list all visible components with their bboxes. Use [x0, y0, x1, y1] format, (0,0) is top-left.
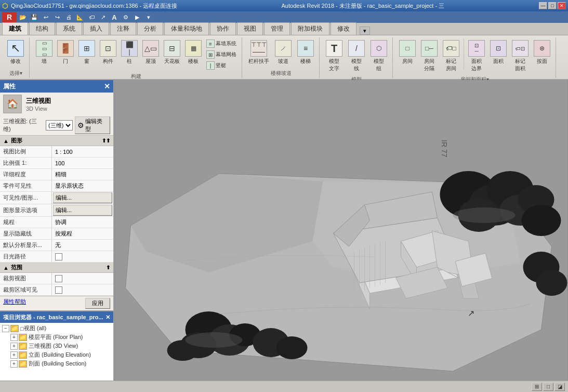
prop-discipline: 规程 协调: [0, 217, 113, 228]
qa-settings[interactable]: ⚙: [121, 12, 131, 22]
prop-analysis: 默认分析显示... 无: [0, 240, 113, 251]
model-line-button[interactable]: / 模型线: [346, 38, 367, 74]
tab-modify[interactable]: 修改: [331, 22, 356, 35]
tree-section[interactable]: + 📁 剖面 (Building Section): [0, 359, 113, 368]
curtain-grid-button[interactable]: ⊞ 幕墙网格: [204, 49, 239, 60]
tree-elevation[interactable]: + 📁 立面 (Building Elevation): [0, 350, 113, 359]
prop-hidden-lines: 显示隐藏线 按规程: [0, 228, 113, 240]
ribbon-tabs: 建筑 结构 系统 插入 注释 分析 体量和场地 协作 视图 管理 附加模块 修改…: [0, 23, 568, 35]
tab-structure[interactable]: 结构: [29, 22, 55, 35]
tab-insert[interactable]: 插入: [83, 22, 109, 35]
visibility-edit-button[interactable]: 编辑...: [53, 192, 112, 203]
statusbar-controls: ⊞ □ ◪: [532, 383, 565, 391]
graphics-display-button[interactable]: 编辑...: [53, 205, 112, 216]
qa-tagall[interactable]: 🏷: [86, 12, 97, 22]
tree-icon-floor: 📁: [19, 334, 27, 341]
door-button[interactable]: 🚪 门: [55, 38, 76, 67]
statusbar-btn1[interactable]: ⊞: [532, 383, 542, 391]
section-range[interactable]: ▲ 范围 ⬆: [0, 263, 113, 273]
tab-architecture[interactable]: 建筑: [2, 22, 28, 35]
component-icon: ⊡: [100, 40, 116, 57]
prop-sun-path: 日光路径: [0, 251, 113, 263]
maximize-button[interactable]: □: [548, 2, 557, 9]
tab-annotate[interactable]: 注释: [110, 22, 136, 35]
area-button[interactable]: ⊡ 面积: [488, 38, 509, 67]
sun-path-checkbox[interactable]: [55, 253, 62, 260]
model-group-button[interactable]: ⬡ 模型组: [368, 38, 389, 74]
tree-expand-3d[interactable]: +: [10, 343, 18, 350]
qa-open[interactable]: 📂: [18, 12, 28, 22]
component-button[interactable]: ⊡ 构件: [98, 38, 118, 67]
qa-save[interactable]: 💾: [29, 12, 39, 22]
tab-manage[interactable]: 管理: [264, 22, 290, 35]
floor-icon: ▦: [185, 40, 202, 57]
room-separator-button[interactable]: □─ 房间分隔: [419, 38, 440, 74]
statusbar-btn2[interactable]: □: [543, 383, 553, 391]
by-face-icon: ⊛: [534, 40, 550, 57]
titlebar-title: QingJiaoCloud17751 - gw.qingjiaocloud.co…: [11, 2, 187, 10]
tag-area-button[interactable]: 🏷⊡ 标记面积: [510, 38, 531, 74]
column-icon: ⬛|: [121, 40, 138, 57]
railing-button[interactable]: ⊤⊤⊤—— 栏杆扶手: [246, 38, 271, 67]
props-apply-button[interactable]: 应用: [85, 298, 110, 309]
qa-expand[interactable]: ▾: [143, 12, 154, 22]
roof-button[interactable]: △▭ 屋顶: [140, 38, 161, 67]
tab-systems[interactable]: 系统: [56, 22, 82, 35]
properties-close-button[interactable]: ✕: [104, 82, 110, 90]
tree-expand-root[interactable]: −: [2, 325, 9, 332]
area-boundary-button[interactable]: ⊡─ 面积边界: [466, 38, 487, 74]
column-button[interactable]: ⬛| 柱: [119, 38, 140, 67]
qa-undo[interactable]: ↩: [41, 12, 51, 22]
ceiling-button[interactable]: ⊟ 天花板: [162, 38, 182, 67]
tab-view[interactable]: 视图: [237, 22, 263, 35]
tree-root[interactable]: − 📁 □ 视图 (all): [0, 324, 113, 333]
by-face-button[interactable]: ⊛ 按面: [532, 38, 552, 67]
modify-button[interactable]: ↖ 修改: [5, 38, 26, 67]
pb-close-button[interactable]: ✕: [105, 314, 110, 321]
ramp-button[interactable]: ⟋ 坡道: [273, 38, 294, 67]
tab-massing[interactable]: 体量和场地: [164, 22, 209, 35]
viewport[interactable]: IR 77 ↗: [114, 80, 568, 381]
qa-text[interactable]: A: [109, 12, 120, 22]
floor-button[interactable]: ▦ 楼板: [183, 38, 204, 67]
stair-button[interactable]: ≡ 楼梯: [295, 38, 316, 67]
qa-print[interactable]: 🖨: [63, 12, 74, 22]
mullion-button[interactable]: | 竖梃: [204, 60, 239, 71]
tag-room-button[interactable]: 🏷□ 标记房间: [441, 38, 461, 74]
crop-view-checkbox[interactable]: [55, 275, 62, 282]
qa-more[interactable]: ▶: [132, 12, 142, 22]
building-3d-view: IR 77 ↗: [114, 80, 568, 381]
tree-expand-sect[interactable]: +: [10, 360, 18, 368]
qa-redo[interactable]: ↪: [52, 12, 62, 22]
app-title: Autodesk Revit 2018 - 未注册版 - rac_basic_s…: [187, 2, 539, 10]
room-button[interactable]: □ 房间: [397, 38, 418, 67]
props-help-link[interactable]: 属性帮助: [3, 298, 26, 309]
ribbon-collapse[interactable]: ▾: [360, 27, 370, 35]
wall-button[interactable]: ▭▭▭ 墙: [34, 38, 55, 67]
revit-app-button[interactable]: R: [2, 12, 17, 22]
ribbon-content: ↖ 修改 选择▾ ▭▭▭ 墙 🚪 门 ⊞ 窗: [0, 35, 568, 80]
edit-type-button[interactable]: ⚙ 编辑类型: [75, 116, 110, 134]
qa-arrow[interactable]: ↗: [98, 12, 108, 22]
area-boundary-icon: ⊡─: [468, 40, 485, 57]
tree-floor-plan[interactable]: + 📁 楼层平面 (Floor Plan): [0, 333, 113, 342]
curtain-system-button[interactable]: ≡ 幕墙系统: [204, 38, 239, 49]
qa-measure[interactable]: 📐: [75, 12, 85, 22]
statusbar-spacer: [5, 383, 11, 390]
crop-region-checkbox[interactable]: [55, 286, 62, 294]
close-button[interactable]: ✕: [558, 2, 566, 9]
window-button[interactable]: ⊞ 窗: [76, 38, 97, 67]
tree-3d-view[interactable]: + 📁 三维视图 (3D View): [0, 342, 113, 350]
view-selector-dropdown[interactable]: (三维): [46, 120, 73, 130]
svg-point-38: [186, 332, 243, 348]
statusbar-btn3[interactable]: ◪: [554, 383, 565, 391]
tree-expand-floor[interactable]: +: [10, 334, 18, 341]
tab-analyze[interactable]: 分析: [137, 22, 163, 35]
tree-expand-elev[interactable]: +: [10, 351, 18, 359]
minimize-button[interactable]: —: [539, 2, 547, 9]
model-text-button[interactable]: T 模型文字: [324, 38, 345, 74]
tab-addins[interactable]: 附加模块: [291, 22, 329, 35]
tab-collaborate[interactable]: 协作: [210, 22, 236, 35]
properties-title: 属性: [3, 82, 16, 91]
section-graphics[interactable]: ▲ 图形 ⬆⬆: [0, 136, 113, 146]
